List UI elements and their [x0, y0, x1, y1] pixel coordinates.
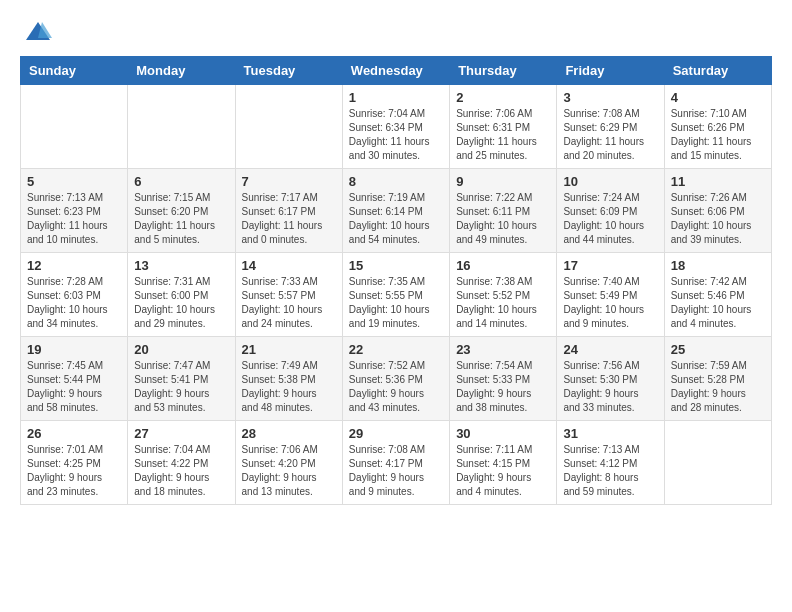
day-info: Sunrise: 7:13 AM Sunset: 4:12 PM Dayligh…	[563, 443, 657, 499]
calendar-cell: 30Sunrise: 7:11 AM Sunset: 4:15 PM Dayli…	[450, 421, 557, 505]
day-number: 5	[27, 174, 121, 189]
day-info: Sunrise: 7:15 AM Sunset: 6:20 PM Dayligh…	[134, 191, 228, 247]
day-info: Sunrise: 7:35 AM Sunset: 5:55 PM Dayligh…	[349, 275, 443, 331]
day-info: Sunrise: 7:56 AM Sunset: 5:30 PM Dayligh…	[563, 359, 657, 415]
col-header-tuesday: Tuesday	[235, 57, 342, 85]
day-number: 9	[456, 174, 550, 189]
calendar-cell: 3Sunrise: 7:08 AM Sunset: 6:29 PM Daylig…	[557, 85, 664, 169]
day-number: 19	[27, 342, 121, 357]
calendar-cell: 5Sunrise: 7:13 AM Sunset: 6:23 PM Daylig…	[21, 169, 128, 253]
calendar-cell: 8Sunrise: 7:19 AM Sunset: 6:14 PM Daylig…	[342, 169, 449, 253]
day-info: Sunrise: 7:38 AM Sunset: 5:52 PM Dayligh…	[456, 275, 550, 331]
day-info: Sunrise: 7:01 AM Sunset: 4:25 PM Dayligh…	[27, 443, 121, 499]
calendar-cell	[21, 85, 128, 169]
day-number: 7	[242, 174, 336, 189]
day-number: 11	[671, 174, 765, 189]
day-info: Sunrise: 7:42 AM Sunset: 5:46 PM Dayligh…	[671, 275, 765, 331]
logo-icon	[24, 18, 52, 46]
day-number: 21	[242, 342, 336, 357]
day-info: Sunrise: 7:06 AM Sunset: 4:20 PM Dayligh…	[242, 443, 336, 499]
day-number: 24	[563, 342, 657, 357]
day-info: Sunrise: 7:49 AM Sunset: 5:38 PM Dayligh…	[242, 359, 336, 415]
calendar-cell	[128, 85, 235, 169]
logo	[24, 18, 56, 46]
calendar-cell: 26Sunrise: 7:01 AM Sunset: 4:25 PM Dayli…	[21, 421, 128, 505]
calendar-cell: 29Sunrise: 7:08 AM Sunset: 4:17 PM Dayli…	[342, 421, 449, 505]
day-info: Sunrise: 7:26 AM Sunset: 6:06 PM Dayligh…	[671, 191, 765, 247]
col-header-sunday: Sunday	[21, 57, 128, 85]
calendar-cell: 19Sunrise: 7:45 AM Sunset: 5:44 PM Dayli…	[21, 337, 128, 421]
calendar-week-row: 1Sunrise: 7:04 AM Sunset: 6:34 PM Daylig…	[21, 85, 772, 169]
calendar-cell: 21Sunrise: 7:49 AM Sunset: 5:38 PM Dayli…	[235, 337, 342, 421]
calendar-cell: 6Sunrise: 7:15 AM Sunset: 6:20 PM Daylig…	[128, 169, 235, 253]
day-number: 29	[349, 426, 443, 441]
col-header-saturday: Saturday	[664, 57, 771, 85]
calendar-week-row: 5Sunrise: 7:13 AM Sunset: 6:23 PM Daylig…	[21, 169, 772, 253]
calendar-week-row: 19Sunrise: 7:45 AM Sunset: 5:44 PM Dayli…	[21, 337, 772, 421]
day-number: 4	[671, 90, 765, 105]
day-info: Sunrise: 7:11 AM Sunset: 4:15 PM Dayligh…	[456, 443, 550, 499]
col-header-thursday: Thursday	[450, 57, 557, 85]
day-info: Sunrise: 7:06 AM Sunset: 6:31 PM Dayligh…	[456, 107, 550, 163]
calendar-cell: 2Sunrise: 7:06 AM Sunset: 6:31 PM Daylig…	[450, 85, 557, 169]
day-number: 8	[349, 174, 443, 189]
day-info: Sunrise: 7:52 AM Sunset: 5:36 PM Dayligh…	[349, 359, 443, 415]
calendar-cell: 18Sunrise: 7:42 AM Sunset: 5:46 PM Dayli…	[664, 253, 771, 337]
day-number: 12	[27, 258, 121, 273]
day-number: 22	[349, 342, 443, 357]
day-number: 18	[671, 258, 765, 273]
calendar-cell: 14Sunrise: 7:33 AM Sunset: 5:57 PM Dayli…	[235, 253, 342, 337]
calendar-cell: 7Sunrise: 7:17 AM Sunset: 6:17 PM Daylig…	[235, 169, 342, 253]
calendar-header-row: SundayMondayTuesdayWednesdayThursdayFrid…	[21, 57, 772, 85]
col-header-monday: Monday	[128, 57, 235, 85]
day-info: Sunrise: 7:31 AM Sunset: 6:00 PM Dayligh…	[134, 275, 228, 331]
day-info: Sunrise: 7:40 AM Sunset: 5:49 PM Dayligh…	[563, 275, 657, 331]
day-number: 25	[671, 342, 765, 357]
day-number: 15	[349, 258, 443, 273]
day-number: 30	[456, 426, 550, 441]
day-info: Sunrise: 7:28 AM Sunset: 6:03 PM Dayligh…	[27, 275, 121, 331]
page-header	[0, 0, 792, 56]
calendar-cell: 28Sunrise: 7:06 AM Sunset: 4:20 PM Dayli…	[235, 421, 342, 505]
day-info: Sunrise: 7:22 AM Sunset: 6:11 PM Dayligh…	[456, 191, 550, 247]
day-info: Sunrise: 7:04 AM Sunset: 4:22 PM Dayligh…	[134, 443, 228, 499]
calendar-cell: 27Sunrise: 7:04 AM Sunset: 4:22 PM Dayli…	[128, 421, 235, 505]
day-number: 23	[456, 342, 550, 357]
calendar-week-row: 26Sunrise: 7:01 AM Sunset: 4:25 PM Dayli…	[21, 421, 772, 505]
calendar-wrapper: SundayMondayTuesdayWednesdayThursdayFrid…	[0, 56, 792, 515]
calendar-cell: 4Sunrise: 7:10 AM Sunset: 6:26 PM Daylig…	[664, 85, 771, 169]
day-number: 31	[563, 426, 657, 441]
calendar-cell: 20Sunrise: 7:47 AM Sunset: 5:41 PM Dayli…	[128, 337, 235, 421]
calendar-cell: 31Sunrise: 7:13 AM Sunset: 4:12 PM Dayli…	[557, 421, 664, 505]
svg-marker-1	[38, 22, 52, 38]
calendar-cell: 13Sunrise: 7:31 AM Sunset: 6:00 PM Dayli…	[128, 253, 235, 337]
day-info: Sunrise: 7:10 AM Sunset: 6:26 PM Dayligh…	[671, 107, 765, 163]
calendar-table: SundayMondayTuesdayWednesdayThursdayFrid…	[20, 56, 772, 505]
calendar-cell: 16Sunrise: 7:38 AM Sunset: 5:52 PM Dayli…	[450, 253, 557, 337]
day-number: 2	[456, 90, 550, 105]
day-info: Sunrise: 7:19 AM Sunset: 6:14 PM Dayligh…	[349, 191, 443, 247]
calendar-cell: 23Sunrise: 7:54 AM Sunset: 5:33 PM Dayli…	[450, 337, 557, 421]
day-info: Sunrise: 7:45 AM Sunset: 5:44 PM Dayligh…	[27, 359, 121, 415]
day-info: Sunrise: 7:08 AM Sunset: 4:17 PM Dayligh…	[349, 443, 443, 499]
calendar-cell: 9Sunrise: 7:22 AM Sunset: 6:11 PM Daylig…	[450, 169, 557, 253]
day-info: Sunrise: 7:08 AM Sunset: 6:29 PM Dayligh…	[563, 107, 657, 163]
day-number: 3	[563, 90, 657, 105]
calendar-cell	[664, 421, 771, 505]
calendar-cell: 12Sunrise: 7:28 AM Sunset: 6:03 PM Dayli…	[21, 253, 128, 337]
day-info: Sunrise: 7:13 AM Sunset: 6:23 PM Dayligh…	[27, 191, 121, 247]
day-info: Sunrise: 7:17 AM Sunset: 6:17 PM Dayligh…	[242, 191, 336, 247]
day-number: 27	[134, 426, 228, 441]
day-info: Sunrise: 7:33 AM Sunset: 5:57 PM Dayligh…	[242, 275, 336, 331]
day-number: 16	[456, 258, 550, 273]
day-number: 6	[134, 174, 228, 189]
calendar-cell: 15Sunrise: 7:35 AM Sunset: 5:55 PM Dayli…	[342, 253, 449, 337]
day-number: 17	[563, 258, 657, 273]
calendar-cell: 1Sunrise: 7:04 AM Sunset: 6:34 PM Daylig…	[342, 85, 449, 169]
calendar-week-row: 12Sunrise: 7:28 AM Sunset: 6:03 PM Dayli…	[21, 253, 772, 337]
day-info: Sunrise: 7:54 AM Sunset: 5:33 PM Dayligh…	[456, 359, 550, 415]
day-info: Sunrise: 7:59 AM Sunset: 5:28 PM Dayligh…	[671, 359, 765, 415]
day-number: 1	[349, 90, 443, 105]
col-header-friday: Friday	[557, 57, 664, 85]
calendar-cell: 25Sunrise: 7:59 AM Sunset: 5:28 PM Dayli…	[664, 337, 771, 421]
